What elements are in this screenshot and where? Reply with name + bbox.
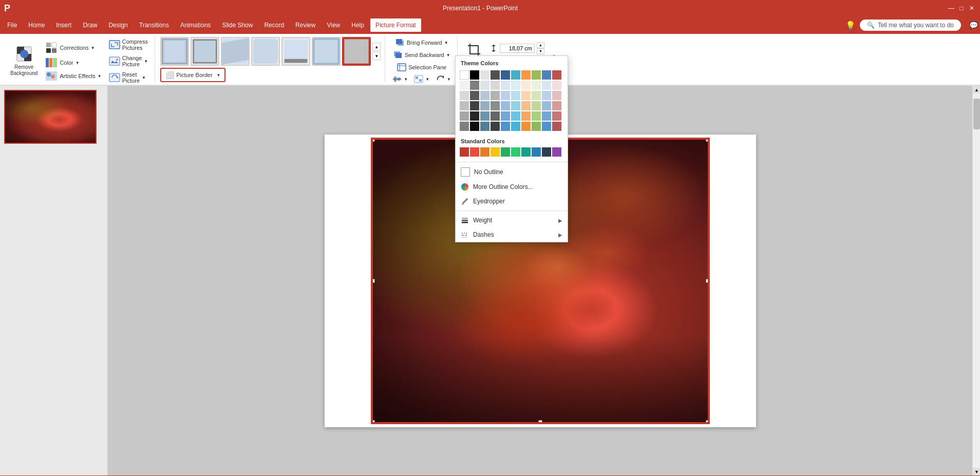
handle-bottom-left[interactable] [371,420,375,424]
corrections-button[interactable]: Corrections ▼ [43,40,104,55]
reset-picture-chevron: ▼ [142,75,146,80]
share-icon: 💬 [969,21,978,29]
menu-bar: File Home Insert Draw Design Transitions… [0,16,980,34]
handle-bottom-center[interactable] [538,420,542,424]
menu-draw[interactable]: Draw [78,18,102,32]
ribbon: RemoveBackground Correc [0,34,980,86]
menu-transitions[interactable]: Transitions [134,18,174,32]
change-picture-button[interactable]: ChangePicture ▼ [106,53,150,69]
compress-icon [109,40,120,49]
handle-top-left[interactable] [371,138,375,142]
menu-help[interactable]: Help [346,18,369,32]
bring-forward-chevron: ▼ [444,41,448,45]
scroll-up-button[interactable]: ▲ [973,86,980,93]
style-scroll-arrows: ▲ ▼ [372,43,381,60]
handle-top-right[interactable] [706,138,710,142]
style-thumb-4[interactable] [251,37,280,66]
slide-thumbnail-1[interactable]: 1 [4,90,103,144]
compress-col: CompressPictures ChangePicture ▼ [106,37,150,85]
group-button[interactable]: ▼ [412,74,431,84]
width-input[interactable] [500,59,535,68]
height-up[interactable]: ▲ [537,42,544,48]
menu-record[interactable]: Record [259,18,289,32]
style-thumb-selected[interactable] [342,37,371,66]
style-scroll-dropdown[interactable]: ▼ [372,52,381,60]
bring-forward-button[interactable]: Bring Forward ▼ [393,37,451,48]
color-chevron: ▼ [76,61,80,65]
remove-background-button[interactable]: RemoveBackground [7,43,41,80]
remove-bg-icon [16,46,32,62]
artistic-effects-button[interactable]: Artistic Effects ▼ [43,70,104,82]
svg-marker-42 [443,75,444,79]
selection-pane-button[interactable]: Selection Pane [394,62,449,73]
height-input[interactable] [500,44,535,53]
width-down[interactable]: ▼ [537,64,544,70]
svg-rect-38 [398,78,400,81]
title-bar-controls: — □ ✕ [947,4,976,12]
svg-rect-21 [194,40,217,63]
send-backward-chevron: ▼ [446,53,450,58]
svg-rect-14 [109,41,120,49]
menu-slideshow[interactable]: Slide Show [217,18,258,32]
align-icon [392,75,402,83]
menu-view[interactable]: View [322,18,345,32]
reset-icon [109,73,120,82]
crop-chevron: ▼ [472,65,476,70]
menu-home[interactable]: Home [23,18,50,32]
menu-animations[interactable]: Animations [175,18,216,32]
style-thumb-1[interactable] [160,37,189,66]
svg-rect-25 [285,59,308,63]
tell-me-input[interactable]: 🔍 Tell me what you want to do [860,20,961,31]
scroll-thumb[interactable] [973,99,980,129]
maximize-button[interactable]: □ [957,4,966,12]
rotate-button[interactable]: ▼ [434,74,453,84]
arrange-icons-row: ▼ ▼ ▼ [390,74,453,84]
compress-pictures-button[interactable]: CompressPictures [106,37,150,52]
menu-file[interactable]: File [2,18,22,32]
send-backward-button[interactable]: Send Backward ▼ [391,49,453,61]
svg-rect-37 [394,77,397,82]
reset-picture-label: ResetPicture [122,71,140,84]
menu-design[interactable]: Design [103,18,133,32]
title-bar: P Presentation1 - PowerPoint — □ ✕ [0,0,980,16]
style-thumb-2[interactable] [191,37,219,66]
tell-me-text: Tell me what you want to do [878,22,954,29]
menu-review[interactable]: Review [290,18,321,32]
width-up[interactable]: ▲ [537,58,544,64]
handle-mid-right[interactable] [706,279,710,283]
menu-picture-format[interactable]: Picture Format [370,18,421,32]
svg-marker-44 [492,45,496,46]
color-button[interactable]: Color ▼ [43,56,104,69]
handle-bottom-right[interactable] [706,420,710,424]
style-scroll-up[interactable]: ▲ [372,43,381,51]
style-thumb-5[interactable] [281,37,310,66]
svg-point-12 [47,72,51,77]
canvas-area [108,86,972,475]
scroll-down-button[interactable]: ▼ [973,468,980,475]
handle-mid-left[interactable] [371,279,375,283]
selected-image[interactable] [371,138,710,424]
reset-picture-button[interactable]: ResetPicture ▼ [106,70,150,85]
app-logo-icon: P [4,3,10,14]
color-label: Color [60,60,73,66]
svg-rect-10 [53,58,57,67]
close-button[interactable]: ✕ [968,4,976,12]
change-picture-label: ChangePicture [122,55,142,67]
height-row: ▲ ▼ [489,42,544,54]
style-thumb-3[interactable] [221,37,250,66]
slide-canvas[interactable] [325,135,756,427]
picture-border-button[interactable]: ⬜ Picture Border ▼ [160,68,225,82]
style-thumb-6[interactable] [312,37,341,66]
bring-forward-label: Bring Forward [407,40,442,46]
change-picture-icon [109,56,120,66]
crop-button[interactable]: Crop ▼ [463,37,485,74]
format-pane-expander[interactable]: ↗ [549,53,558,59]
slide-preview-image [5,91,96,143]
align-button[interactable]: ▼ [390,74,410,84]
minimize-button[interactable]: — [947,4,955,12]
handle-top-center[interactable] [538,138,542,142]
height-down[interactable]: ▼ [537,48,544,54]
height-icon [489,44,498,52]
menu-insert[interactable]: Insert [51,18,77,32]
picture-styles-group: ▲ ▼ ⬜ Picture Border ▼ ◈ Picture Effects… [156,36,385,83]
